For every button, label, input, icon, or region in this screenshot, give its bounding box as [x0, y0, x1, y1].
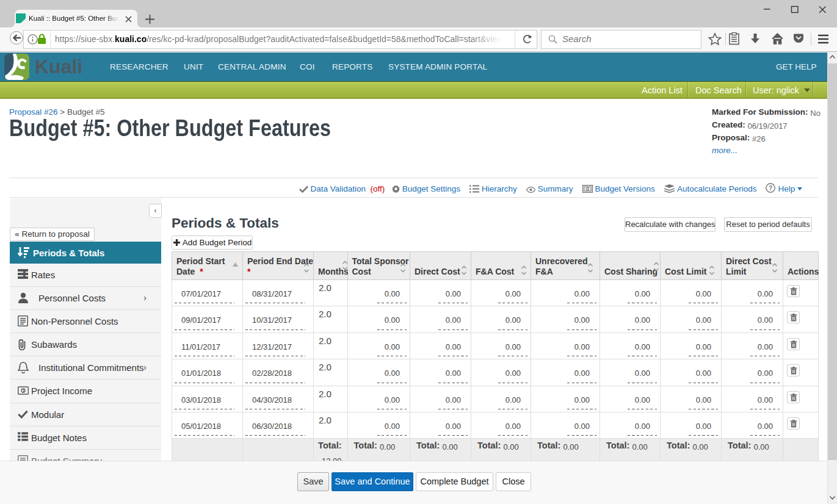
svg-text:1: 1 — [22, 388, 24, 394]
svg-text:?: ? — [769, 185, 772, 192]
